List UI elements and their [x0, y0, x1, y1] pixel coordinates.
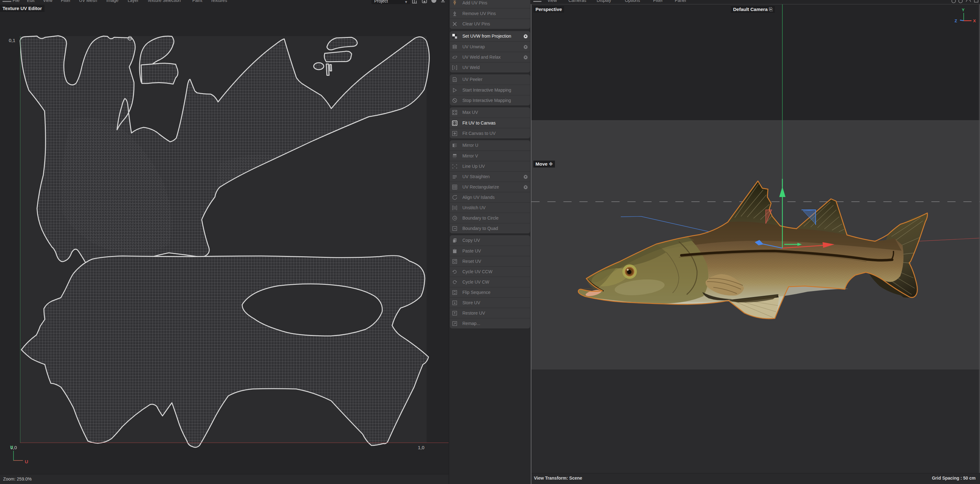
svg-text:1,0: 1,0 — [418, 445, 425, 450]
svg-text:Y: Y — [962, 8, 965, 12]
svg-text:X: X — [973, 19, 976, 23]
svg-text:0,1: 0,1 — [9, 38, 15, 43]
svg-text:Z: Z — [955, 19, 957, 23]
svg-text:V: V — [10, 444, 13, 450]
svg-text:U: U — [25, 459, 28, 464]
